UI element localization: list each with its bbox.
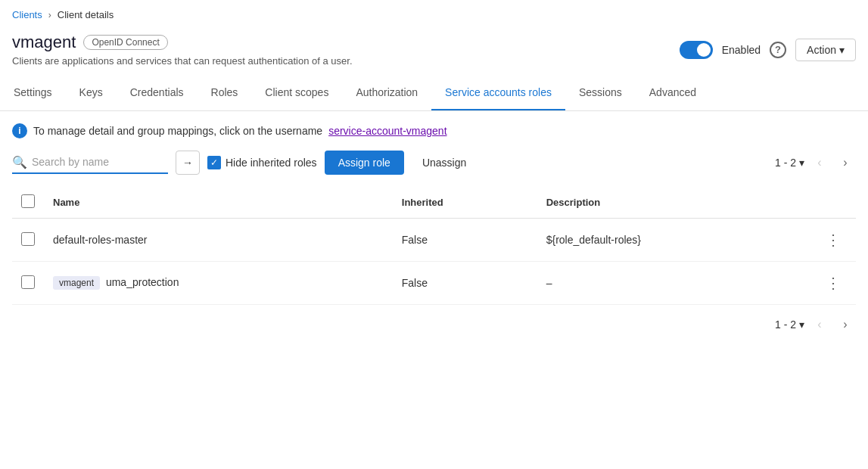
- select-all-checkbox[interactable]: [21, 194, 35, 208]
- row2-description: –: [537, 262, 810, 305]
- roles-table: Name Inherited Description default-roles…: [12, 187, 856, 305]
- tab-sessions[interactable]: Sessions: [565, 76, 636, 110]
- main-content: i To manage detail and group mappings, c…: [0, 111, 868, 356]
- next-page-button-bottom[interactable]: ›: [835, 314, 856, 335]
- header-right: Enabled ? Action ▾: [680, 39, 856, 61]
- row2-name-text: uma_protection: [106, 276, 179, 288]
- bottom-pagination: 1 - 2 ▾ ‹ ›: [12, 305, 856, 344]
- next-page-button-top[interactable]: ›: [835, 152, 856, 173]
- action-label: Action: [807, 44, 836, 56]
- header-left: vmagent OpenID Connect Clients are appli…: [12, 33, 353, 67]
- col-header-description: Description: [537, 187, 810, 219]
- row2-tag: vmagent: [53, 276, 100, 290]
- search-icon: 🔍: [12, 155, 27, 169]
- tab-settings[interactable]: Settings: [0, 76, 66, 110]
- tab-advanced[interactable]: Advanced: [636, 76, 710, 110]
- top-pagination: 1 - 2 ▾ ‹ ›: [775, 152, 856, 173]
- breadcrumb-separator: ›: [48, 10, 51, 20]
- breadcrumb: Clients › Client details: [0, 0, 868, 26]
- page-select-bottom[interactable]: 1 - 2 ▾: [775, 318, 804, 331]
- service-account-link[interactable]: service-account-vmagent: [328, 125, 446, 137]
- tab-roles[interactable]: Roles: [198, 76, 252, 110]
- breadcrumb-clients-link[interactable]: Clients: [12, 9, 42, 20]
- tab-keys[interactable]: Keys: [66, 76, 117, 110]
- help-icon[interactable]: ?: [770, 42, 786, 58]
- info-icon: i: [12, 123, 27, 138]
- search-submit-button[interactable]: →: [176, 151, 200, 175]
- prev-page-button-top[interactable]: ‹: [809, 152, 830, 173]
- bottom-pagination-dropdown-icon: ▾: [799, 318, 804, 331]
- page-header: vmagent OpenID Connect Clients are appli…: [0, 26, 868, 76]
- info-bar: i To manage detail and group mappings, c…: [12, 123, 856, 138]
- tab-credentials[interactable]: Credentials: [117, 76, 198, 110]
- row2-checkbox[interactable]: [21, 275, 35, 289]
- hide-inherited-checkbox-label[interactable]: Hide inherited roles: [207, 156, 317, 169]
- search-box: 🔍: [12, 152, 168, 174]
- page-select-top[interactable]: 1 - 2 ▾: [775, 157, 804, 169]
- page-range-top: 1 - 2: [775, 157, 796, 169]
- row1-checkbox[interactable]: [21, 232, 35, 246]
- col-header-inherited: Inherited: [393, 187, 537, 219]
- app-name: vmagent: [12, 33, 76, 52]
- action-button[interactable]: Action ▾: [795, 39, 856, 61]
- enabled-toggle[interactable]: [680, 41, 713, 59]
- breadcrumb-current: Client details: [58, 9, 114, 20]
- info-text-before: To manage detail and group mappings, cli…: [33, 125, 322, 137]
- assign-role-button[interactable]: Assign role: [325, 151, 404, 175]
- row2-inherited: False: [393, 262, 537, 305]
- table-row: default-roles-master False ${role_defaul…: [12, 219, 856, 262]
- row2-name: vmagent uma_protection: [44, 262, 393, 305]
- row1-description: ${role_default-roles}: [537, 219, 810, 262]
- table-row: vmagent uma_protection False – ⋮: [12, 262, 856, 305]
- row1-name: default-roles-master: [44, 219, 393, 262]
- prev-page-button-bottom[interactable]: ‹: [809, 314, 830, 335]
- col-header-name: Name: [44, 187, 393, 219]
- hide-inherited-checkbox[interactable]: [207, 156, 221, 169]
- enabled-label: Enabled: [722, 44, 761, 56]
- header-subtitle: Clients are applications and services th…: [12, 55, 353, 67]
- unassign-button[interactable]: Unassign: [412, 151, 477, 175]
- openid-connect-badge: OpenID Connect: [83, 35, 167, 50]
- header-title-row: vmagent OpenID Connect: [12, 33, 353, 52]
- hide-inherited-label: Hide inherited roles: [226, 157, 317, 169]
- pagination-dropdown-icon: ▾: [799, 157, 804, 169]
- page-range-bottom: 1 - 2: [775, 318, 796, 331]
- row1-inherited: False: [393, 219, 537, 262]
- row2-menu-button[interactable]: ⋮: [820, 271, 847, 295]
- tab-service-accounts-roles[interactable]: Service accounts roles: [431, 76, 565, 110]
- tab-authorization[interactable]: Authorization: [342, 76, 431, 110]
- search-input[interactable]: [32, 156, 168, 168]
- toolbar: 🔍 → Hide inherited roles Assign role Una…: [12, 151, 856, 175]
- tab-client-scopes[interactable]: Client scopes: [251, 76, 342, 110]
- row1-menu-button[interactable]: ⋮: [820, 228, 847, 252]
- action-chevron-down-icon: ▾: [839, 44, 845, 56]
- tabs-container: Settings Keys Credentials Roles Client s…: [0, 76, 868, 111]
